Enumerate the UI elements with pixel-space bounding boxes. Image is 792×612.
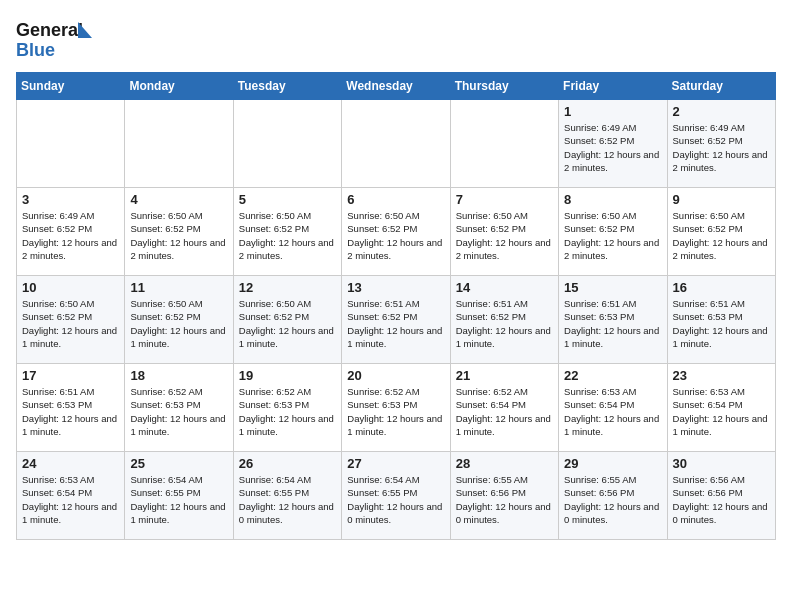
cell-info: Sunrise: 6:55 AM Sunset: 6:56 PM Dayligh… bbox=[456, 473, 553, 526]
svg-text:General: General bbox=[16, 20, 83, 40]
cell-info: Sunrise: 6:52 AM Sunset: 6:53 PM Dayligh… bbox=[239, 385, 336, 438]
weekday-header: Thursday bbox=[450, 73, 558, 100]
calendar-cell: 22Sunrise: 6:53 AM Sunset: 6:54 PM Dayli… bbox=[559, 364, 667, 452]
day-number: 5 bbox=[239, 192, 336, 207]
calendar-cell: 23Sunrise: 6:53 AM Sunset: 6:54 PM Dayli… bbox=[667, 364, 775, 452]
logo-svg: GeneralBlue bbox=[16, 16, 96, 60]
day-number: 17 bbox=[22, 368, 119, 383]
day-number: 20 bbox=[347, 368, 444, 383]
cell-info: Sunrise: 6:51 AM Sunset: 6:52 PM Dayligh… bbox=[347, 297, 444, 350]
cell-info: Sunrise: 6:50 AM Sunset: 6:52 PM Dayligh… bbox=[22, 297, 119, 350]
calendar-cell: 28Sunrise: 6:55 AM Sunset: 6:56 PM Dayli… bbox=[450, 452, 558, 540]
day-number: 21 bbox=[456, 368, 553, 383]
day-number: 16 bbox=[673, 280, 770, 295]
cell-info: Sunrise: 6:50 AM Sunset: 6:52 PM Dayligh… bbox=[239, 209, 336, 262]
calendar-cell bbox=[450, 100, 558, 188]
day-number: 13 bbox=[347, 280, 444, 295]
day-number: 2 bbox=[673, 104, 770, 119]
cell-info: Sunrise: 6:56 AM Sunset: 6:56 PM Dayligh… bbox=[673, 473, 770, 526]
page-header: GeneralBlue bbox=[16, 16, 776, 60]
calendar-cell: 18Sunrise: 6:52 AM Sunset: 6:53 PM Dayli… bbox=[125, 364, 233, 452]
weekday-header: Friday bbox=[559, 73, 667, 100]
cell-info: Sunrise: 6:50 AM Sunset: 6:52 PM Dayligh… bbox=[239, 297, 336, 350]
weekday-header: Monday bbox=[125, 73, 233, 100]
calendar-cell bbox=[125, 100, 233, 188]
day-number: 12 bbox=[239, 280, 336, 295]
calendar-cell: 27Sunrise: 6:54 AM Sunset: 6:55 PM Dayli… bbox=[342, 452, 450, 540]
calendar-cell: 2Sunrise: 6:49 AM Sunset: 6:52 PM Daylig… bbox=[667, 100, 775, 188]
calendar-cell bbox=[342, 100, 450, 188]
cell-info: Sunrise: 6:55 AM Sunset: 6:56 PM Dayligh… bbox=[564, 473, 661, 526]
calendar-table: SundayMondayTuesdayWednesdayThursdayFrid… bbox=[16, 72, 776, 540]
logo: GeneralBlue bbox=[16, 16, 96, 60]
calendar-cell: 9Sunrise: 6:50 AM Sunset: 6:52 PM Daylig… bbox=[667, 188, 775, 276]
day-number: 3 bbox=[22, 192, 119, 207]
calendar-cell: 21Sunrise: 6:52 AM Sunset: 6:54 PM Dayli… bbox=[450, 364, 558, 452]
calendar-cell: 14Sunrise: 6:51 AM Sunset: 6:52 PM Dayli… bbox=[450, 276, 558, 364]
day-number: 29 bbox=[564, 456, 661, 471]
calendar-cell: 24Sunrise: 6:53 AM Sunset: 6:54 PM Dayli… bbox=[17, 452, 125, 540]
calendar-cell bbox=[17, 100, 125, 188]
calendar-cell: 15Sunrise: 6:51 AM Sunset: 6:53 PM Dayli… bbox=[559, 276, 667, 364]
cell-info: Sunrise: 6:51 AM Sunset: 6:53 PM Dayligh… bbox=[673, 297, 770, 350]
calendar-cell: 29Sunrise: 6:55 AM Sunset: 6:56 PM Dayli… bbox=[559, 452, 667, 540]
cell-info: Sunrise: 6:50 AM Sunset: 6:52 PM Dayligh… bbox=[456, 209, 553, 262]
calendar-cell: 8Sunrise: 6:50 AM Sunset: 6:52 PM Daylig… bbox=[559, 188, 667, 276]
calendar-week-row: 17Sunrise: 6:51 AM Sunset: 6:53 PM Dayli… bbox=[17, 364, 776, 452]
cell-info: Sunrise: 6:53 AM Sunset: 6:54 PM Dayligh… bbox=[564, 385, 661, 438]
day-number: 23 bbox=[673, 368, 770, 383]
day-number: 9 bbox=[673, 192, 770, 207]
weekday-header: Sunday bbox=[17, 73, 125, 100]
cell-info: Sunrise: 6:54 AM Sunset: 6:55 PM Dayligh… bbox=[239, 473, 336, 526]
cell-info: Sunrise: 6:53 AM Sunset: 6:54 PM Dayligh… bbox=[22, 473, 119, 526]
calendar-cell: 12Sunrise: 6:50 AM Sunset: 6:52 PM Dayli… bbox=[233, 276, 341, 364]
day-number: 4 bbox=[130, 192, 227, 207]
cell-info: Sunrise: 6:52 AM Sunset: 6:53 PM Dayligh… bbox=[130, 385, 227, 438]
calendar-cell: 20Sunrise: 6:52 AM Sunset: 6:53 PM Dayli… bbox=[342, 364, 450, 452]
day-number: 10 bbox=[22, 280, 119, 295]
calendar-week-row: 3Sunrise: 6:49 AM Sunset: 6:52 PM Daylig… bbox=[17, 188, 776, 276]
svg-marker-2 bbox=[78, 22, 92, 38]
day-number: 27 bbox=[347, 456, 444, 471]
day-number: 11 bbox=[130, 280, 227, 295]
calendar-cell: 13Sunrise: 6:51 AM Sunset: 6:52 PM Dayli… bbox=[342, 276, 450, 364]
day-number: 6 bbox=[347, 192, 444, 207]
cell-info: Sunrise: 6:53 AM Sunset: 6:54 PM Dayligh… bbox=[673, 385, 770, 438]
weekday-header: Tuesday bbox=[233, 73, 341, 100]
day-number: 30 bbox=[673, 456, 770, 471]
calendar-cell bbox=[233, 100, 341, 188]
cell-info: Sunrise: 6:49 AM Sunset: 6:52 PM Dayligh… bbox=[22, 209, 119, 262]
weekday-header: Wednesday bbox=[342, 73, 450, 100]
calendar-cell: 3Sunrise: 6:49 AM Sunset: 6:52 PM Daylig… bbox=[17, 188, 125, 276]
cell-info: Sunrise: 6:54 AM Sunset: 6:55 PM Dayligh… bbox=[130, 473, 227, 526]
day-number: 1 bbox=[564, 104, 661, 119]
cell-info: Sunrise: 6:50 AM Sunset: 6:52 PM Dayligh… bbox=[564, 209, 661, 262]
day-number: 7 bbox=[456, 192, 553, 207]
day-number: 25 bbox=[130, 456, 227, 471]
weekday-header-row: SundayMondayTuesdayWednesdayThursdayFrid… bbox=[17, 73, 776, 100]
calendar-cell: 19Sunrise: 6:52 AM Sunset: 6:53 PM Dayli… bbox=[233, 364, 341, 452]
cell-info: Sunrise: 6:50 AM Sunset: 6:52 PM Dayligh… bbox=[130, 297, 227, 350]
cell-info: Sunrise: 6:50 AM Sunset: 6:52 PM Dayligh… bbox=[130, 209, 227, 262]
cell-info: Sunrise: 6:52 AM Sunset: 6:54 PM Dayligh… bbox=[456, 385, 553, 438]
day-number: 15 bbox=[564, 280, 661, 295]
day-number: 26 bbox=[239, 456, 336, 471]
day-number: 24 bbox=[22, 456, 119, 471]
calendar-cell: 25Sunrise: 6:54 AM Sunset: 6:55 PM Dayli… bbox=[125, 452, 233, 540]
calendar-cell: 7Sunrise: 6:50 AM Sunset: 6:52 PM Daylig… bbox=[450, 188, 558, 276]
calendar-cell: 10Sunrise: 6:50 AM Sunset: 6:52 PM Dayli… bbox=[17, 276, 125, 364]
cell-info: Sunrise: 6:52 AM Sunset: 6:53 PM Dayligh… bbox=[347, 385, 444, 438]
calendar-cell: 5Sunrise: 6:50 AM Sunset: 6:52 PM Daylig… bbox=[233, 188, 341, 276]
calendar-cell: 16Sunrise: 6:51 AM Sunset: 6:53 PM Dayli… bbox=[667, 276, 775, 364]
cell-info: Sunrise: 6:51 AM Sunset: 6:53 PM Dayligh… bbox=[22, 385, 119, 438]
calendar-cell: 6Sunrise: 6:50 AM Sunset: 6:52 PM Daylig… bbox=[342, 188, 450, 276]
calendar-week-row: 24Sunrise: 6:53 AM Sunset: 6:54 PM Dayli… bbox=[17, 452, 776, 540]
day-number: 22 bbox=[564, 368, 661, 383]
cell-info: Sunrise: 6:51 AM Sunset: 6:53 PM Dayligh… bbox=[564, 297, 661, 350]
day-number: 19 bbox=[239, 368, 336, 383]
cell-info: Sunrise: 6:49 AM Sunset: 6:52 PM Dayligh… bbox=[564, 121, 661, 174]
day-number: 18 bbox=[130, 368, 227, 383]
calendar-cell: 4Sunrise: 6:50 AM Sunset: 6:52 PM Daylig… bbox=[125, 188, 233, 276]
day-number: 28 bbox=[456, 456, 553, 471]
weekday-header: Saturday bbox=[667, 73, 775, 100]
